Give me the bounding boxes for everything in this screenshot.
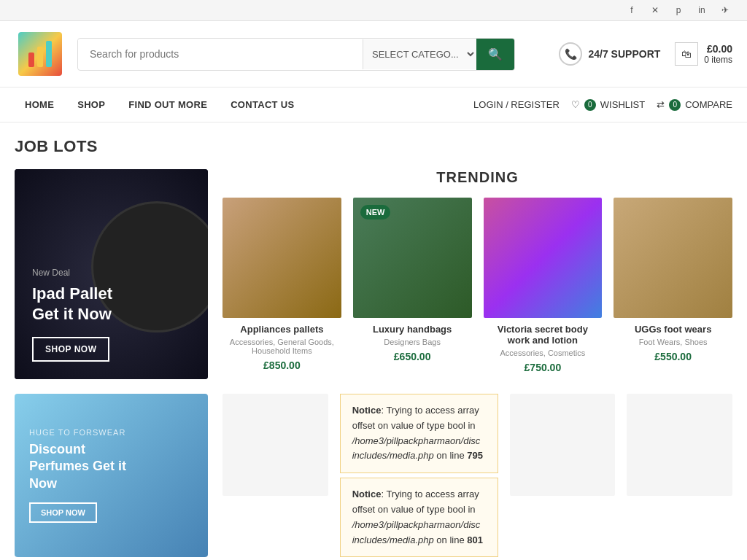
search-bar: SELECT CATEGO... 🔍 (77, 38, 515, 71)
banner2: HUGE TO FORSWEAR DiscountPerfumes Get it… (15, 394, 208, 557)
cart-icon: 🛍 (675, 42, 698, 66)
product-name: Appliances pallets (225, 324, 338, 335)
header-right: 📞 24/7 SUPPORT 🛍 £0.00 0 items (559, 42, 732, 66)
products-grid: Appliances pallets Accessories, General … (222, 198, 732, 379)
cart-items-count: 0 items (704, 55, 732, 65)
trending-title: TRENDING (222, 169, 732, 186)
product-image-wrap (222, 198, 341, 318)
cart-info[interactable]: 🛍 £0.00 0 items (675, 42, 732, 66)
product-info: Victoria secret body work and lotion Acc… (484, 318, 603, 379)
product-image-uggs (614, 198, 732, 318)
nav-links: HOME SHOP FIND OUT MORE CONTACT US (15, 93, 473, 116)
product-image-cosmetics[interactable] (510, 394, 616, 496)
hero-title: Ipad PalletGet it Now (32, 284, 190, 325)
site-header: SELECT CATEGO... 🔍 📞 24/7 SUPPORT 🛍 £0.0… (0, 21, 747, 88)
product-price: £750.00 (487, 362, 600, 373)
product-categories: Accessories, General Goods, Household It… (225, 338, 338, 355)
main-nav: HOME SHOP FIND OUT MORE CONTACT US LOGIN… (0, 88, 747, 122)
product-image-victoria (484, 198, 603, 318)
trending-section: TRENDING Appliances pallets Accessories,… (208, 169, 732, 379)
nav-actions: LOGIN / REGISTER ♡ 0 WISHLIST ⇄ 0 COMPAR… (473, 99, 732, 111)
banner2-title: DiscountPerfumes Get itNow (29, 441, 193, 492)
twitter-icon[interactable]: ✕ (648, 3, 662, 18)
hero-shop-now-button[interactable]: SHOP NOW (32, 337, 109, 362)
error-line-2: 801 (467, 534, 483, 545)
login-register-button[interactable]: LOGIN / REGISTER (473, 99, 560, 110)
facebook-icon[interactable]: f (624, 3, 639, 18)
error-notice-1: Notice: Trying to access array offset on… (340, 394, 498, 473)
product-info: UGGs foot wears Foot Wears, Shoes £550.0… (614, 318, 732, 368)
compare-label: COMPARE (685, 99, 732, 110)
product-image-wrap (484, 198, 603, 318)
product-card[interactable]: Appliances pallets Accessories, General … (222, 198, 341, 379)
site-logo[interactable] (15, 28, 66, 79)
wishlist-count: 0 (584, 99, 596, 111)
product-image-wrap: NEW (353, 198, 472, 318)
search-input[interactable] (78, 39, 363, 69)
error-label-1: Notice (352, 405, 382, 416)
wishlist-button[interactable]: ♡ 0 WISHLIST (571, 99, 645, 111)
banner2-tag: HUGE TO FORSWEAR (29, 428, 193, 437)
error-on-line-1: on line (436, 450, 467, 461)
category-select[interactable]: SELECT CATEGO... (363, 39, 476, 69)
product-price: £850.00 (225, 359, 338, 371)
error-line-1: 795 (467, 450, 483, 461)
nav-item-contact-us[interactable]: CONTACT US (220, 93, 304, 116)
heart-icon: ♡ (571, 99, 580, 110)
cart-text: £0.00 0 items (704, 43, 732, 65)
error-notices: Notice: Trying to access array offset on… (340, 394, 498, 557)
product-categories: Foot Wears, Shoes (616, 338, 729, 346)
compare-button[interactable]: ⇄ 0 COMPARE (657, 99, 732, 111)
page-title: JOB LOTS (0, 122, 747, 162)
product-info: Appliances pallets Accessories, General … (222, 318, 341, 377)
product-image-makeup[interactable] (627, 394, 732, 496)
banner2-shop-now-button[interactable]: SHOP NOW (29, 502, 97, 523)
product-name: Luxury handbags (356, 324, 469, 335)
product-price: £650.00 (356, 351, 469, 362)
hero-content: New Deal Ipad PalletGet it Now SHOP NOW (32, 268, 190, 362)
product-price: £550.00 (616, 351, 729, 362)
product-card[interactable]: UGGs foot wears Foot Wears, Shoes £550.0… (614, 198, 732, 379)
error-notice-2: Notice: Trying to access array offset on… (340, 478, 498, 557)
wishlist-label: WISHLIST (600, 99, 645, 110)
product-categories: Accessories, Cosmetics (487, 349, 600, 357)
error-on-line-2: on line (436, 534, 467, 545)
product-image-appliances (222, 198, 341, 318)
hero-tag: New Deal (32, 268, 190, 278)
main-content-row1: New Deal Ipad PalletGet it Now SHOP NOW … (0, 162, 747, 386)
new-badge: NEW (360, 205, 391, 219)
telegram-icon[interactable]: ✈ (718, 3, 732, 18)
nav-item-home[interactable]: HOME (15, 93, 64, 116)
bottom-products-row: Notice: Trying to access array offset on… (222, 394, 732, 557)
nav-item-find-out-more[interactable]: FIND OUT MORE (118, 93, 217, 116)
compare-count: 0 (669, 99, 681, 111)
bottom-right-section: Notice: Trying to access array offset on… (208, 394, 732, 557)
product-name: UGGs foot wears (616, 324, 729, 335)
nav-item-shop[interactable]: SHOP (67, 93, 115, 116)
search-button[interactable]: 🔍 (476, 39, 514, 70)
product-name: Victoria secret body work and lotion (487, 324, 600, 346)
hero-banner: New Deal Ipad PalletGet it Now SHOP NOW (15, 169, 208, 379)
product-image-perfumes[interactable] (222, 394, 328, 496)
linkedin-icon[interactable]: in (694, 3, 709, 18)
support-info: 📞 24/7 SUPPORT (559, 42, 660, 66)
phone-icon: 📞 (559, 42, 582, 66)
product-categories: Designers Bags (356, 338, 469, 346)
pinterest-icon[interactable]: p (671, 3, 686, 18)
product-card[interactable]: Victoria secret body work and lotion Acc… (484, 198, 603, 379)
product-image-wrap (614, 198, 732, 318)
support-text: 24/7 SUPPORT (588, 48, 660, 60)
main-content-row2: HUGE TO FORSWEAR DiscountPerfumes Get it… (0, 386, 747, 560)
product-card[interactable]: NEW Luxury handbags Designers Bags £650.… (353, 198, 472, 379)
product-info: Luxury handbags Designers Bags £650.00 (353, 318, 472, 368)
top-social-bar: f ✕ p in ✈ (0, 0, 747, 21)
cart-price: £0.00 (704, 43, 732, 55)
error-label-2: Notice (352, 489, 382, 499)
compare-icon: ⇄ (657, 99, 665, 110)
